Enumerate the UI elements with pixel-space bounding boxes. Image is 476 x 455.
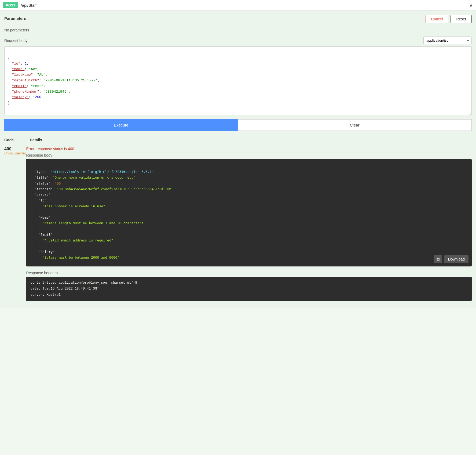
clear-button[interactable]: Clear: [238, 119, 472, 131]
main-content: Parameters Cancel Reset No parameters Re…: [0, 11, 476, 135]
code-header: Code: [4, 138, 14, 142]
download-button[interactable]: Download: [444, 255, 468, 263]
response-headers-body: content-type: application/problem+json; …: [26, 277, 472, 301]
parameters-section-header: Parameters Cancel Reset: [4, 15, 472, 24]
cancel-button[interactable]: Cancel: [426, 15, 449, 23]
response-code-col: 400 Undocumented: [4, 147, 26, 155]
request-body-header: Request body application/json: [4, 37, 472, 44]
response-code: 400: [4, 147, 26, 151]
response-undocumented: Undocumented: [4, 151, 26, 155]
no-parameters-text: No parameters: [4, 26, 472, 37]
json-editor[interactable]: { "id": 2, "name": "Ac", "lastName": "Ab…: [4, 46, 472, 115]
response-details-col: Error: response status is 400 Response b…: [26, 147, 472, 301]
response-headers-label: Response headers: [26, 271, 472, 275]
response-headers-section: Response headers content-type: applicati…: [26, 271, 472, 301]
responses-table-header: Code Details: [4, 135, 472, 144]
endpoint-text: /api/Staff: [21, 3, 36, 8]
response-body-container: { "type": "https://tools.ietf.org/html/r…: [26, 159, 472, 266]
action-buttons: Cancel Reset: [426, 15, 472, 23]
response-row: 400 Undocumented Error: response status …: [4, 144, 472, 304]
collapse-button[interactable]: ∧: [469, 2, 473, 8]
copy-button[interactable]: ⧉: [434, 255, 442, 263]
method-badge: POST: [3, 2, 18, 8]
header-server: server: Kestrel: [30, 292, 467, 298]
parameters-label: Parameters: [4, 16, 26, 22]
top-bar-left: POST /api/Staff: [3, 2, 36, 8]
header-content-type: content-type: application/problem+json; …: [30, 280, 467, 286]
response-actions: ⧉ Download: [434, 255, 468, 263]
top-bar: POST /api/Staff ∧: [0, 0, 476, 11]
details-header: Details: [30, 138, 42, 142]
header-date: date: Tue,16 Aug 2022 18:40:41 GMT: [30, 286, 467, 292]
response-error-title: Error: response status is 400: [26, 147, 472, 151]
execute-button[interactable]: Execute: [4, 119, 238, 131]
reset-button[interactable]: Reset: [451, 15, 472, 23]
response-body-label: Response body: [26, 153, 472, 157]
responses-section: Code Details 400 Undocumented Error: res…: [0, 135, 476, 309]
request-body-label: Request body: [4, 38, 27, 43]
execute-clear-row: Execute Clear: [4, 119, 472, 131]
content-type-select[interactable]: application/json: [423, 37, 472, 44]
